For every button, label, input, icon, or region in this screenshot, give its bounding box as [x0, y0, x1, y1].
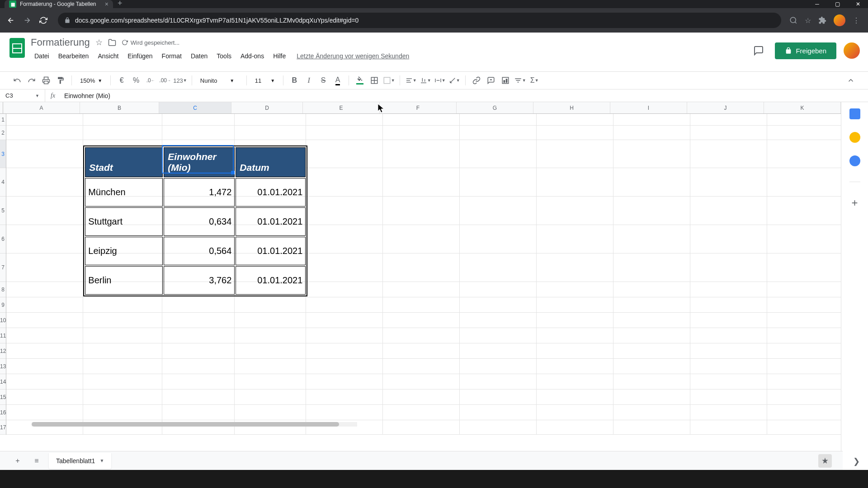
forward-button[interactable]	[21, 14, 33, 27]
merge-cells-button[interactable]: ▼	[382, 74, 395, 87]
all-sheets-button[interactable]: ≡	[30, 454, 43, 468]
maximize-button[interactable]: ▢	[827, 0, 848, 8]
menu-ansicht[interactable]: Ansicht	[94, 51, 122, 61]
fill-color-button[interactable]	[354, 74, 366, 87]
filter-button[interactable]: ▼	[514, 74, 526, 87]
sheet-tab[interactable]: Tabellenblatt1 ▼	[49, 453, 111, 469]
add-addon-icon[interactable]: +	[849, 197, 860, 208]
col-header-G[interactable]: G	[457, 102, 533, 113]
functions-button[interactable]: Σ▼	[528, 74, 541, 87]
table-cell[interactable]: Berlin	[85, 266, 163, 295]
col-header-I[interactable]: I	[610, 102, 687, 113]
text-rotation-button[interactable]: ▼	[448, 74, 461, 87]
move-icon[interactable]	[108, 38, 116, 47]
increase-decimal-button[interactable]: .00→	[159, 74, 171, 87]
explore-button[interactable]	[818, 454, 832, 468]
insert-comment-button[interactable]	[485, 74, 497, 87]
col-header-C[interactable]: C	[159, 102, 231, 113]
zoom-select[interactable]: 150% ▼	[76, 75, 106, 86]
share-button[interactable]: Freigeben	[775, 42, 836, 59]
menu-tools[interactable]: Tools	[213, 51, 235, 61]
chevron-down-icon[interactable]: ▼	[99, 458, 104, 463]
col-header-B[interactable]: B	[80, 102, 159, 113]
bold-button[interactable]: B	[288, 74, 301, 87]
table-cell[interactable]: 0,564	[164, 237, 235, 265]
browser-account-avatar[interactable]	[834, 14, 845, 26]
close-icon[interactable]: ×	[105, 0, 108, 8]
menu-einfuegen[interactable]: Einfügen	[124, 51, 156, 61]
select-all-corner[interactable]	[0, 102, 3, 113]
row-header-17[interactable]: 17	[0, 420, 6, 435]
row-header-11[interactable]: 11	[0, 328, 6, 343]
horizontal-scrollbar[interactable]	[32, 422, 357, 427]
new-tab-button[interactable]: +	[113, 0, 127, 8]
col-header-E[interactable]: E	[303, 102, 380, 113]
doc-title[interactable]: Formatierung	[31, 37, 90, 48]
cells-area[interactable]: Stadt Einwohner (Mio) Datum München1,472…	[6, 114, 841, 435]
back-button[interactable]	[5, 14, 17, 27]
table-cell[interactable]: München	[85, 178, 163, 206]
browser-tab[interactable]: ▦ Formatierung - Google Tabellen ×	[5, 0, 113, 8]
menu-format[interactable]: Format	[158, 51, 185, 61]
calendar-icon[interactable]	[849, 108, 860, 119]
table-cell[interactable]: Leipzig	[85, 237, 163, 265]
vertical-align-button[interactable]: ▼	[419, 74, 432, 87]
row-header-15[interactable]: 15	[0, 389, 6, 405]
table-cell[interactable]: Stuttgart	[85, 207, 163, 236]
redo-button[interactable]	[25, 74, 38, 87]
table-cell[interactable]: 01.01.2021	[236, 237, 306, 265]
col-header-F[interactable]: F	[380, 102, 457, 113]
url-bar[interactable]: docs.google.com/spreadsheets/d/1L0CRXrgx…	[58, 13, 781, 28]
horizontal-align-button[interactable]: ▼	[405, 74, 417, 87]
add-sheet-button[interactable]: +	[11, 454, 24, 468]
name-box[interactable]: C3▼	[0, 89, 45, 102]
menu-hilfe[interactable]: Hilfe	[269, 51, 289, 61]
menu-bearbeiten[interactable]: Bearbeiten	[55, 51, 93, 61]
table-cell[interactable]: 01.01.2021	[236, 207, 306, 236]
row-header-12[interactable]: 12	[0, 343, 6, 359]
row-header-1[interactable]: 1	[0, 114, 6, 126]
insert-chart-button[interactable]	[499, 74, 512, 87]
row-header-13[interactable]: 13	[0, 359, 6, 374]
decrease-decimal-button[interactable]: .0←	[144, 74, 157, 87]
undo-button[interactable]	[11, 74, 24, 87]
formula-input[interactable]: Einwohner (Mio)	[61, 92, 868, 99]
col-header-A[interactable]: A	[3, 102, 80, 113]
italic-button[interactable]: I	[302, 74, 315, 87]
row-header-6[interactable]: 6	[0, 225, 6, 253]
print-button[interactable]	[40, 74, 52, 87]
star-icon[interactable]: ☆	[95, 38, 103, 47]
row-header-2[interactable]: 2	[0, 126, 6, 140]
table-cell[interactable]: 0,634	[164, 207, 235, 236]
sheets-logo[interactable]	[8, 36, 26, 60]
row-header-4[interactable]: 4	[0, 168, 6, 197]
font-select[interactable]: Nunito▼	[197, 75, 242, 86]
percent-button[interactable]: %	[130, 74, 142, 87]
borders-button[interactable]	[368, 74, 381, 87]
row-header-3[interactable]: 3	[0, 140, 6, 168]
menu-addons[interactable]: Add-ons	[237, 51, 268, 61]
row-header-14[interactable]: 14	[0, 374, 6, 389]
table-cell[interactable]: 01.01.2021	[236, 266, 306, 295]
row-header-16[interactable]: 16	[0, 405, 6, 420]
close-window-button[interactable]: ✕	[848, 0, 868, 8]
last-edit-link[interactable]: Letzte Änderung vor wenigen Sekunden	[297, 52, 409, 60]
paint-format-button[interactable]	[54, 74, 67, 87]
row-header-8[interactable]: 8	[0, 282, 6, 297]
table-header-stadt[interactable]: Stadt	[85, 147, 163, 177]
number-format-button[interactable]: 123▼	[173, 74, 187, 87]
col-header-H[interactable]: H	[533, 102, 610, 113]
text-wrap-button[interactable]: ▼	[434, 74, 446, 87]
extensions-icon[interactable]	[818, 16, 826, 24]
table-cell[interactable]: 3,762	[164, 266, 235, 295]
table-header-einwohner[interactable]: Einwohner (Mio)	[164, 147, 235, 177]
strikethrough-button[interactable]: S	[317, 74, 330, 87]
table-cell[interactable]: 1,472	[164, 178, 235, 206]
menu-datei[interactable]: Datei	[31, 51, 53, 61]
reload-button[interactable]	[37, 14, 50, 27]
user-avatar[interactable]	[844, 42, 860, 59]
browser-menu-icon[interactable]: ⋮	[853, 16, 860, 25]
row-header-9[interactable]: 9	[0, 297, 6, 313]
windows-taskbar[interactable]	[0, 470, 868, 488]
col-header-K[interactable]: K	[764, 102, 841, 113]
